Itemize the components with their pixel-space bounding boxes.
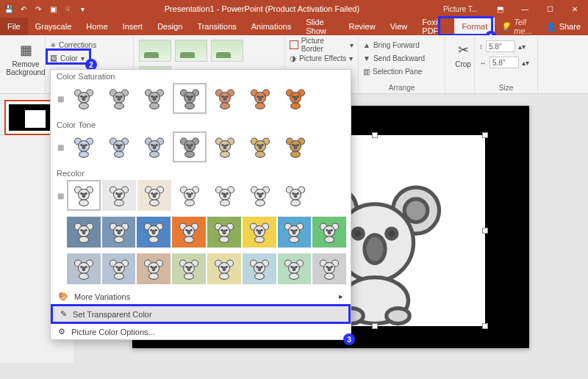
stepper-icon[interactable]: ▴▾ (518, 43, 526, 51)
color-swatch[interactable] (243, 83, 277, 114)
color-swatch[interactable] (102, 83, 136, 114)
svg-point-57 (262, 95, 263, 97)
color-swatch[interactable] (173, 83, 207, 114)
undo-icon[interactable]: ↶ (18, 3, 29, 15)
tab-animations[interactable]: Animations (244, 18, 298, 35)
picture-effects-button[interactable]: ◑Picture Effects▾ (290, 51, 354, 65)
color-swatch[interactable] (312, 253, 346, 284)
svg-point-39 (188, 96, 191, 100)
tab-insert[interactable]: Insert (115, 18, 151, 35)
color-swatch[interactable] (243, 131, 277, 162)
color-swatch[interactable] (173, 180, 207, 211)
color-swatch[interactable] (207, 253, 241, 284)
tone-heading: Color Tone (51, 118, 351, 130)
svg-point-26 (115, 103, 124, 109)
minimize-icon[interactable]: — (514, 0, 535, 18)
color-swatch[interactable] (208, 83, 242, 114)
svg-point-289 (261, 266, 262, 267)
border-swatch-icon (290, 40, 298, 49)
picture-style-thumb[interactable] (211, 40, 243, 62)
tab-review[interactable]: Review (342, 18, 383, 35)
picture-style-thumb[interactable] (175, 40, 207, 62)
remove-background-button[interactable]: ▦ Remove Background (4, 37, 47, 76)
svg-point-145 (156, 192, 157, 194)
svg-point-159 (223, 193, 226, 197)
color-swatch[interactable] (208, 131, 242, 162)
color-swatch[interactable] (67, 253, 101, 284)
svg-point-207 (187, 230, 190, 234)
svg-point-127 (82, 193, 85, 197)
color-swatch[interactable] (102, 217, 136, 248)
svg-point-97 (191, 144, 193, 145)
color-swatch[interactable] (137, 131, 171, 162)
color-swatch[interactable] (207, 217, 241, 248)
color-swatch[interactable] (67, 217, 101, 248)
svg-point-24 (116, 95, 118, 97)
color-swatch[interactable] (172, 253, 206, 284)
color-swatch[interactable] (278, 253, 312, 284)
picture-style-thumb[interactable] (139, 40, 171, 62)
save-icon[interactable]: 💾 (3, 3, 15, 15)
tab-foxitpdf[interactable]: Foxit PDF (415, 18, 454, 35)
color-swatch[interactable] (102, 131, 136, 162)
close-icon[interactable]: ✕ (564, 0, 585, 18)
width-input[interactable]: 5.8" (490, 57, 519, 68)
set-transparent-color-item[interactable]: ✎ Set Transparent Color (51, 304, 351, 324)
color-swatch[interactable] (102, 180, 136, 211)
qat-customize-icon[interactable]: ▾ (76, 3, 88, 15)
tab-view[interactable]: View (383, 18, 415, 35)
color-swatch[interactable] (243, 217, 276, 248)
color-swatch[interactable] (67, 180, 101, 211)
svg-point-32 (151, 95, 153, 97)
share-button[interactable]: 👤 Share (539, 18, 588, 35)
maximize-icon[interactable]: ☐ (539, 0, 560, 18)
bring-forward-button[interactable]: ▲Bring Forward (363, 38, 440, 51)
send-backward-button[interactable]: ▼Send Backward (363, 51, 440, 65)
height-input[interactable]: 5.8" (486, 40, 515, 52)
svg-point-217 (226, 229, 227, 231)
corrections-button[interactable]: ✳Corrections (50, 38, 129, 51)
tell-me-label: Tell me... (514, 18, 532, 35)
color-swatch[interactable] (243, 180, 277, 211)
color-swatch[interactable] (102, 253, 136, 284)
color-swatch[interactable] (279, 83, 312, 114)
tab-slideshow[interactable]: Slide Show (298, 18, 341, 35)
picture-border-button[interactable]: Picture Border▾ (290, 38, 354, 51)
color-swatch[interactable] (172, 217, 206, 248)
ribbon-options-icon[interactable]: ⬒ (490, 0, 510, 18)
svg-point-297 (296, 266, 298, 267)
color-swatch[interactable] (278, 217, 312, 248)
more-variations-item[interactable]: 🎨 More Variations ▸ (51, 289, 351, 304)
start-slideshow-icon[interactable]: ▣ (47, 3, 59, 15)
color-swatch[interactable] (279, 180, 312, 211)
svg-point-266 (149, 273, 159, 280)
color-swatch[interactable] (137, 83, 171, 114)
color-swatch[interactable] (137, 180, 171, 211)
color-swatch[interactable] (279, 131, 312, 162)
options-icon: ⚙ (58, 327, 65, 336)
color-swatch[interactable] (67, 83, 101, 114)
picture-color-options-item[interactable]: ⚙ Picture Color Options... (51, 324, 351, 339)
svg-point-90 (150, 151, 159, 158)
tab-format[interactable]: Format (454, 18, 495, 35)
redo-icon[interactable]: ↷ (32, 3, 44, 15)
touch-mode-icon[interactable]: ☟ (62, 3, 74, 15)
tab-transitions[interactable]: Transitions (190, 18, 243, 35)
color-swatch[interactable] (137, 253, 171, 284)
color-swatch[interactable] (312, 217, 346, 248)
color-swatch[interactable] (137, 217, 171, 248)
tab-grayscale[interactable]: Grayscale (28, 18, 79, 35)
tab-home[interactable]: Home (79, 18, 115, 35)
color-swatch[interactable] (67, 131, 101, 162)
stepper-icon[interactable]: ▴▾ (522, 59, 529, 67)
color-swatch[interactable] (243, 253, 276, 284)
crop-button[interactable]: ✂ Crop (450, 37, 476, 68)
tab-design[interactable]: Design (150, 18, 190, 35)
svg-point-15 (82, 96, 85, 100)
tab-file[interactable]: File (0, 18, 28, 35)
color-button[interactable]: 🖼 Color ▾ (50, 51, 129, 65)
color-swatch[interactable] (208, 180, 242, 211)
selection-pane-button[interactable]: ▥Selection Pane (363, 65, 440, 78)
color-swatch[interactable] (173, 131, 207, 162)
tell-me-search[interactable]: 💡 Tell me... (495, 18, 538, 35)
